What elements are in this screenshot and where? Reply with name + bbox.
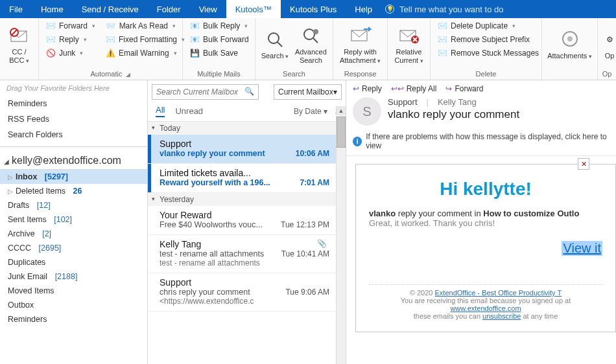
menu-kutools-plus[interactable]: Kutools Plus	[281, 0, 346, 18]
folder-count: [2188]	[55, 272, 78, 281]
magnifier-gear-icon	[300, 25, 322, 47]
nav-separator	[0, 146, 147, 147]
message-item[interactable]: 📎 Kelly Tang test - rename all attachmen…	[148, 235, 336, 273]
auto-forward-button[interactable]: ✉️Forward	[43, 19, 101, 32]
message-from: Support	[160, 277, 329, 288]
svg-point-7	[313, 29, 318, 34]
reply-with-attachment-button[interactable]: Reply with Attachment	[337, 19, 383, 69]
menu-help[interactable]: Help	[346, 0, 381, 18]
sender-name[interactable]: Support	[388, 97, 418, 107]
info-bar[interactable]: i If there are problems with how this me…	[346, 131, 616, 156]
scroll-thumb[interactable]	[337, 117, 346, 148]
folder-archive[interactable]: Archive [2]	[0, 227, 147, 241]
delete-duplicate-button[interactable]: ✉️Delete Duplicate	[434, 19, 541, 32]
folder-duplicates[interactable]: Duplicates	[0, 255, 147, 269]
folder-inbox[interactable]: ▷Inbox [5297]	[0, 170, 147, 184]
folder-junk[interactable]: Junk Email [2188]	[0, 269, 147, 284]
article-title: How to customize Outlo	[483, 209, 579, 218]
options-button[interactable]: ⚙ Op	[602, 19, 616, 69]
folder-drafts[interactable]: Drafts [12]	[0, 198, 147, 212]
message-item[interactable]: Limited tickets availa... Reward yoursel…	[148, 164, 336, 193]
reply-button[interactable]: ↩Reply	[353, 84, 382, 93]
filter-unread[interactable]: Unread	[175, 106, 203, 116]
folder-deleted[interactable]: ▷Deleted Items 26	[0, 184, 147, 198]
menu-folder[interactable]: Folder	[148, 0, 190, 18]
menu-file[interactable]: File	[0, 0, 32, 18]
email-warning-button[interactable]: ⚠️Email Warning	[103, 47, 178, 60]
bulk-save-label: Bulk Save	[203, 49, 238, 58]
blocked-image-icon[interactable]: ✕	[578, 158, 589, 170]
fav-reminders[interactable]: Reminders	[0, 96, 147, 111]
search-button[interactable]: Search	[259, 19, 290, 69]
menu-kutools[interactable]: Kutools™	[226, 0, 281, 18]
advanced-search-button[interactable]: Advanced Search	[293, 19, 329, 69]
options-label: Op	[605, 52, 615, 60]
menu-view[interactable]: View	[190, 0, 226, 18]
folder-label: Duplicates	[8, 258, 45, 267]
favorites-drop-hint: Drag Your Favorite Folders Here	[0, 80, 147, 96]
mark-as-read-button[interactable]: 📨Mark As Read	[103, 19, 178, 32]
scroll-up-icon[interactable]: ▲	[337, 106, 346, 115]
unsubscribe-link[interactable]: unsubscribe	[482, 312, 521, 320]
folder-cccc[interactable]: CCCC [2695]	[0, 241, 147, 255]
group-yesterday[interactable]: Yesterday	[148, 193, 336, 206]
fixed-formatting-button[interactable]: ✉️Fixed Formatting	[103, 33, 178, 46]
collapse-caret-icon: ◢	[4, 158, 9, 165]
message-item[interactable]: Support vlanko reply your comment10:06 A…	[148, 135, 336, 164]
search-input[interactable]	[152, 84, 259, 100]
info-text: If there are problems with how this mess…	[366, 132, 610, 150]
folder-moved[interactable]: Moved Items	[0, 284, 147, 298]
ccbcc-button[interactable]: CC / BCC	[4, 19, 34, 69]
folder-label: Deleted Items	[16, 187, 65, 196]
group-today[interactable]: Today	[148, 122, 336, 135]
relative-current-button[interactable]: Relative Current	[392, 19, 426, 69]
folder-reminders2[interactable]: Reminders	[0, 312, 147, 326]
fav-rss[interactable]: RSS Feeds	[0, 111, 147, 127]
fav-search-folders[interactable]: Search Folders	[0, 127, 147, 142]
tell-me[interactable]: 💡 Tell me what you want to do	[385, 0, 503, 18]
folder-label: Junk Email	[8, 272, 47, 281]
attachments-button[interactable]: Attachments	[546, 19, 593, 69]
message-subject: chris reply your comment	[160, 288, 250, 297]
auto-reply-button[interactable]: ✉️Reply	[43, 33, 101, 46]
account-header[interactable]: ◢kelly@extendoffice.com	[0, 151, 147, 170]
folder-outbox[interactable]: Outbox	[0, 298, 147, 312]
auto-junk-button[interactable]: 🚫Junk	[43, 47, 101, 60]
folder-label: Archive	[8, 229, 35, 238]
filter-all[interactable]: All	[156, 105, 165, 117]
search-scope-dropdown[interactable]: Current Mailbox▾	[274, 84, 342, 100]
folder-count: [102]	[54, 215, 72, 224]
message-item[interactable]: Support chris reply your commentTue 9:06…	[148, 273, 336, 312]
bulk-forward-button[interactable]: 📧Bulk Forward	[187, 33, 252, 46]
remove-subject-prefix-button[interactable]: ✉️Remove Subject Prefix	[434, 33, 541, 46]
group-multiple-label: Multiple Mails	[187, 69, 251, 80]
sort-bydate[interactable]: By Date ▾	[294, 107, 327, 116]
remove-stuck-button[interactable]: ✉️Remove Stuck Messages	[434, 47, 541, 60]
automatic-dialog-launcher[interactable]: ◢	[126, 71, 130, 78]
message-time: 7:01 AM	[300, 178, 329, 187]
menu-send-receive[interactable]: Send / Receive	[73, 0, 148, 18]
fixed-formatting-label: Fixed Formatting	[119, 35, 177, 44]
footer-text: © 2020	[410, 289, 435, 297]
unread-bar	[148, 135, 151, 163]
footer-text: at any time	[521, 312, 558, 320]
reply-all-button[interactable]: ↩↩Reply All	[391, 84, 437, 93]
message-list-scrollbar[interactable]: ▲	[336, 106, 346, 364]
commenter-name: vlanko	[369, 209, 396, 218]
folder-sent[interactable]: Sent Items [102]	[0, 212, 147, 227]
svg-line-6	[313, 38, 318, 43]
recipient-name[interactable]: Kelly Tang	[438, 97, 477, 107]
footer-brand-link[interactable]: ExtendOffice - Best Office Productivity …	[435, 289, 562, 297]
footer-site-link[interactable]: www.extendoffice.com	[450, 304, 521, 312]
greeting: Hi kellytte!	[369, 179, 602, 199]
main-area: Drag Your Favorite Folders Here Reminder…	[0, 80, 616, 364]
menu-home[interactable]: Home	[32, 0, 73, 18]
bulk-save-button[interactable]: 💾Bulk Save	[187, 47, 252, 60]
forward-button[interactable]: ↪Forward	[445, 84, 483, 93]
attachment-icon: 📎	[317, 239, 327, 248]
message-item[interactable]: Your Reward Free $40 Woolworths vouc...T…	[148, 206, 336, 235]
view-it-link[interactable]: View it	[562, 241, 602, 256]
search-icon[interactable]: 🔍	[244, 87, 254, 102]
message-body: ✕ Hi kellytte! vlanko reply your comment…	[346, 156, 616, 364]
bulk-reply-button[interactable]: 📧Bulk Reply	[187, 19, 252, 32]
